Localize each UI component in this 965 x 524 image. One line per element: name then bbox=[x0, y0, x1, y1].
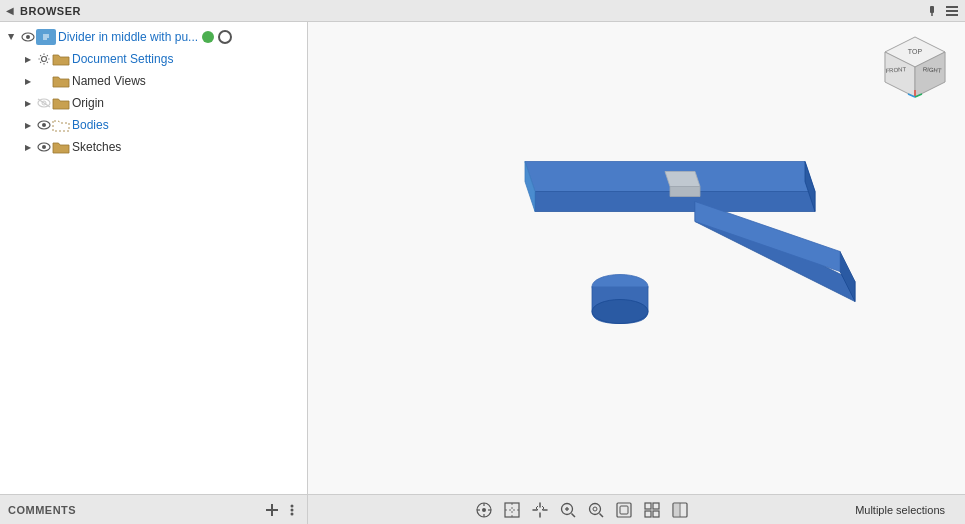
sketches-eye-icon[interactable] bbox=[36, 139, 52, 155]
svg-rect-3 bbox=[946, 10, 958, 12]
folder-icon-bodies bbox=[52, 117, 70, 133]
svg-rect-0 bbox=[930, 6, 934, 13]
named-views-arrow[interactable]: ▶ bbox=[20, 73, 36, 89]
svg-rect-67 bbox=[653, 511, 659, 517]
tree-item-document-settings[interactable]: ▶ Document Settings bbox=[0, 48, 307, 70]
bodies-arrow[interactable]: ▶ bbox=[20, 117, 36, 133]
display-mode-tool[interactable] bbox=[668, 498, 692, 522]
svg-rect-4 bbox=[946, 14, 958, 16]
origin-label: Origin bbox=[72, 96, 104, 110]
svg-marker-34 bbox=[665, 172, 700, 187]
tree-item-bodies[interactable]: ▶ Bodies bbox=[0, 114, 307, 136]
named-views-label: Named Views bbox=[72, 74, 146, 88]
pan-tool[interactable] bbox=[528, 498, 552, 522]
svg-rect-66 bbox=[645, 511, 651, 517]
svg-point-61 bbox=[593, 507, 597, 511]
comments-menu-icon[interactable] bbox=[285, 503, 299, 517]
root-label: Divider in middle with pu... bbox=[58, 30, 198, 44]
pin-icon[interactable] bbox=[925, 4, 939, 18]
svg-point-18 bbox=[42, 145, 46, 149]
toolbar-icons bbox=[308, 498, 855, 522]
svg-point-45 bbox=[291, 512, 294, 515]
main-layout: ▶ Divider in middle with pu... bbox=[0, 22, 965, 494]
doc-icon bbox=[36, 29, 56, 45]
svg-rect-70 bbox=[673, 503, 680, 517]
3d-model bbox=[485, 112, 865, 405]
zoom-fit-tool[interactable] bbox=[584, 498, 608, 522]
comments-label: COMMENTS bbox=[8, 504, 259, 516]
status-text: Multiple selections bbox=[855, 504, 957, 516]
svg-point-51 bbox=[482, 508, 486, 512]
tree-area: ▶ Divider in middle with pu... bbox=[0, 22, 307, 494]
viewport[interactable]: TOP FRONT RIGHT bbox=[308, 22, 965, 494]
svg-rect-52 bbox=[505, 503, 519, 517]
gear-icon bbox=[36, 51, 52, 67]
svg-point-44 bbox=[291, 508, 294, 511]
svg-point-6 bbox=[26, 35, 30, 39]
origin-eye-icon[interactable] bbox=[36, 95, 52, 111]
tree-item-origin[interactable]: ▶ Origin bbox=[0, 92, 307, 114]
top-bar: ◀ BROWSER bbox=[0, 0, 965, 22]
collapse-arrow[interactable]: ◀ bbox=[6, 5, 14, 16]
root-expand-arrow[interactable]: ▶ bbox=[4, 29, 20, 45]
snap-tool[interactable] bbox=[472, 498, 496, 522]
status-area: Multiple selections bbox=[855, 504, 965, 516]
bottom-bar: COMMENTS bbox=[0, 494, 965, 524]
folder-icon-named-views bbox=[52, 73, 70, 89]
root-eye-icon[interactable] bbox=[20, 29, 36, 45]
tree-item-named-views[interactable]: ▶ Named Views bbox=[0, 70, 307, 92]
svg-point-16 bbox=[42, 123, 46, 127]
menu-icon[interactable] bbox=[945, 4, 959, 18]
green-dot bbox=[202, 31, 214, 43]
svg-marker-35 bbox=[670, 187, 700, 197]
fit-screen-tool[interactable] bbox=[612, 498, 636, 522]
bodies-eye-icon[interactable] bbox=[36, 117, 52, 133]
svg-point-59 bbox=[589, 503, 600, 514]
tree-item-sketches[interactable]: ▶ Sketches bbox=[0, 136, 307, 158]
tree-root-item[interactable]: ▶ Divider in middle with pu... bbox=[0, 26, 307, 48]
svg-marker-40 bbox=[695, 202, 840, 272]
folder-icon-doc-settings bbox=[52, 51, 70, 67]
svg-rect-64 bbox=[645, 503, 651, 509]
left-panel: ▶ Divider in middle with pu... bbox=[0, 22, 308, 494]
svg-rect-62 bbox=[617, 503, 631, 517]
svg-line-60 bbox=[599, 513, 603, 517]
folder-icon-origin bbox=[52, 95, 70, 111]
svg-rect-42 bbox=[266, 509, 278, 511]
svg-rect-65 bbox=[653, 503, 659, 509]
folder-icon-sketches bbox=[52, 139, 70, 155]
view-cube[interactable]: TOP FRONT RIGHT bbox=[880, 32, 950, 102]
zoom-plus-tool[interactable] bbox=[556, 498, 580, 522]
browser-title: BROWSER bbox=[20, 5, 81, 17]
sketch-tool[interactable] bbox=[500, 498, 524, 522]
svg-rect-2 bbox=[946, 6, 958, 8]
sketches-arrow[interactable]: ▶ bbox=[20, 139, 36, 155]
svg-point-43 bbox=[291, 504, 294, 507]
grid-tool[interactable] bbox=[640, 498, 664, 522]
record-icon bbox=[218, 30, 232, 44]
svg-point-11 bbox=[42, 57, 47, 62]
doc-settings-label: Document Settings bbox=[72, 52, 173, 66]
bodies-label: Bodies bbox=[72, 118, 109, 132]
comments-add-icon[interactable] bbox=[265, 503, 279, 517]
svg-rect-63 bbox=[620, 506, 628, 514]
svg-text:TOP: TOP bbox=[908, 48, 923, 55]
svg-point-37 bbox=[592, 300, 648, 324]
svg-line-56 bbox=[571, 513, 575, 517]
sketches-label: Sketches bbox=[72, 140, 121, 154]
origin-arrow[interactable]: ▶ bbox=[20, 95, 36, 111]
comments-section: COMMENTS bbox=[0, 495, 308, 524]
doc-settings-arrow[interactable]: ▶ bbox=[20, 51, 36, 67]
